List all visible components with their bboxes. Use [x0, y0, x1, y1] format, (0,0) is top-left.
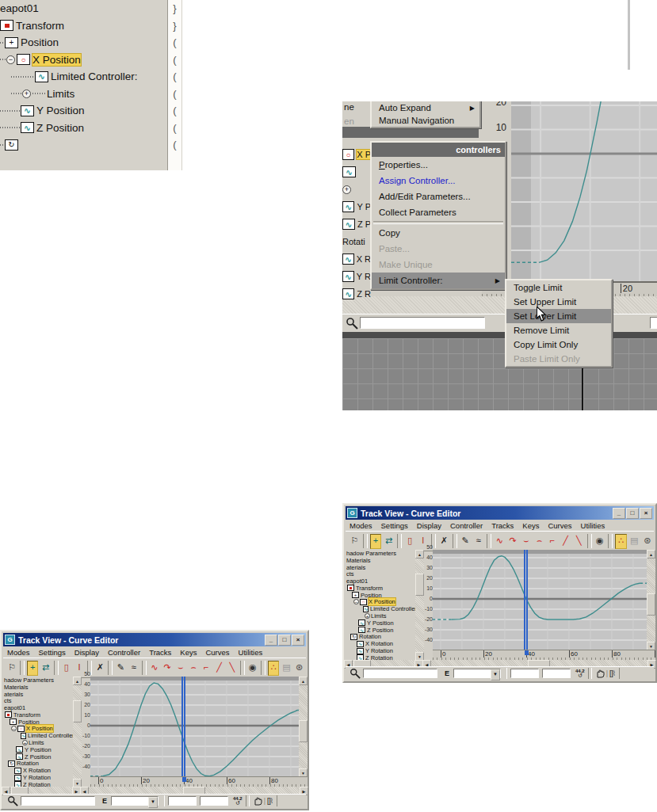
chart-scrollbar[interactable]: ▲▼ [647, 550, 655, 650]
tree-item-cts[interactable]: cts [3, 697, 73, 704]
menu-settings[interactable]: Settings [39, 648, 66, 657]
clipped-tree-item[interactable]: Rotati [342, 233, 371, 250]
menu-utilities[interactable]: Utilities [581, 521, 605, 530]
expand-icon[interactable]: + [342, 185, 351, 194]
tree-item-rotation[interactable]: ↻Rotation [3, 761, 73, 768]
tree-item[interactable]: ↻ [0, 136, 182, 154]
set-tangents-fast-icon[interactable]: ⌣ [174, 661, 185, 676]
tree-item-materials[interactable]: Materials [3, 684, 73, 691]
menu-item-limit-controller-[interactable]: Limit Controller:▶ [372, 273, 505, 288]
tree-item-x-position[interactable]: −○X Position [346, 599, 415, 606]
tree-item-aterials[interactable]: aterials [346, 564, 415, 571]
scale-keys-icon[interactable]: ▯ [61, 661, 72, 676]
tree-item-x-rotation[interactable]: ∿X Rotation [346, 640, 415, 647]
expand-icon[interactable]: + [365, 613, 370, 619]
slide-keys-icon[interactable]: ⇄ [383, 534, 395, 549]
maximize-button[interactable]: □ [278, 635, 291, 646]
curves-wheel-icon[interactable]: ⊛ [294, 661, 305, 676]
minimize-button[interactable]: _ [613, 508, 625, 519]
menu-display[interactable]: Display [417, 521, 441, 530]
menu-item-remove-limit[interactable]: Remove Limit [506, 323, 611, 337]
clipped-tree-item[interactable]: ∿X R [342, 250, 371, 268]
tree-item-x-position[interactable]: −○X Position [0, 51, 182, 69]
tree-item-position[interactable]: +Position [3, 719, 73, 726]
menu-keys[interactable]: Keys [522, 521, 539, 530]
menu-item-copy[interactable]: Copy [372, 225, 505, 241]
zoom-value-extents-icon[interactable]: ⌇ [270, 797, 273, 805]
tree-item-transform[interactable]: Transform [3, 711, 73, 719]
pan-hand-icon[interactable] [253, 796, 262, 806]
collapse-icon[interactable]: − [353, 599, 359, 604]
curves-wheel-icon[interactable]: ⊛ [641, 534, 653, 549]
tree-item-materials[interactable]: Materials [346, 557, 415, 564]
tree-item-hadow-parameters[interactable]: hadow Parameters [3, 677, 73, 684]
menu-tracks[interactable]: Tracks [491, 521, 514, 530]
tree-item-transform[interactable]: Transform [0, 17, 182, 35]
set-tangents-auto-icon[interactable]: ∿ [494, 534, 506, 549]
scale-keys-icon[interactable]: ▯ [404, 534, 416, 549]
draw-curves-icon[interactable]: ✎ [115, 661, 126, 676]
track-selection-icon[interactable] [350, 668, 361, 679]
collapse-icon[interactable]: − [11, 726, 17, 731]
tree-item-z-rotation[interactable]: ∿Z Rotation [3, 781, 73, 787]
curve-chart[interactable] [433, 550, 647, 650]
tree-item-hadow-parameters[interactable]: hadow Parameters [346, 550, 415, 557]
set-tangents-custom-icon[interactable]: ↷ [162, 661, 173, 676]
tree-item-limited-controller-[interactable]: ∿Limited Controller: [3, 732, 73, 739]
key-time-field[interactable] [168, 796, 197, 806]
time-slider-marker[interactable] [525, 650, 529, 655]
snap-frames-icon[interactable]: ∴ [268, 661, 279, 676]
chart-scrollbar[interactable]: ▲▼ [299, 677, 307, 776]
set-tangents-custom-icon[interactable]: ↷ [507, 534, 519, 549]
set-tangents-step-icon[interactable]: ⌐ [547, 534, 559, 549]
key-stats-toggle-icon[interactable]: 44.2 ↺ [233, 797, 243, 805]
tree-item-position[interactable]: +Position [346, 592, 415, 599]
param-out-of-range-icon[interactable]: ▤ [281, 661, 292, 676]
clipped-tree-item[interactable]: ∿ [342, 163, 371, 181]
hierarchy-tree[interactable]: eapot01Transform+Position−○X Position∿Li… [0, 0, 182, 154]
scroll-arrow-icon[interactable]: ▲ [647, 550, 655, 558]
status-input-field-clipped[interactable] [650, 317, 657, 329]
tree-item-limits[interactable]: +Limits [346, 612, 415, 619]
set-tangents-smooth-icon[interactable]: ╲ [573, 534, 585, 549]
key-stats-field[interactable] [21, 796, 95, 806]
minimize-button[interactable]: _ [265, 635, 277, 646]
tree-item-eapot01[interactable]: eapot01 [0, 0, 182, 17]
set-tangents-step-icon[interactable]: ⌐ [201, 661, 212, 676]
dropdown-arrow-icon[interactable]: ▼ [148, 797, 158, 808]
curve-chart[interactable] [90, 677, 299, 776]
set-tangents-fast-icon[interactable]: ⌣ [520, 534, 532, 549]
add-keys-icon[interactable]: ✗ [438, 534, 450, 549]
set-tangents-slow-icon[interactable]: ⌢ [188, 661, 199, 676]
lock-selection-icon[interactable]: ◉ [247, 661, 258, 676]
tree-item-x-position[interactable]: −○X Position [3, 726, 73, 733]
tree-item-cts[interactable]: cts [346, 570, 415, 578]
menu-controller[interactable]: Controller [108, 648, 140, 657]
add-keys-icon[interactable]: ✗ [94, 661, 105, 676]
reduce-keys-icon[interactable]: ≈ [128, 661, 139, 676]
tree-item-limited-controller-[interactable]: ∿Limited Controller: [346, 605, 415, 612]
menu-item-toggle-limit[interactable]: Toggle Limit [506, 280, 611, 295]
tree-item-aterials[interactable]: aterials [3, 691, 73, 698]
tree-item-y-rotation[interactable]: ∿Y Rotation [3, 774, 73, 781]
tree-item-y-position[interactable]: ∿Y Position [3, 746, 73, 753]
tree-item-y-position[interactable]: ∿Y Position [346, 619, 415, 627]
close-button[interactable]: × [640, 508, 652, 519]
maximize-button[interactable]: □ [626, 508, 639, 519]
menu-modes[interactable]: Modes [7, 648, 30, 657]
param-out-of-range-icon[interactable]: ▤ [628, 534, 640, 549]
menu-item-auto-expand[interactable]: Auto Expand▶ [372, 101, 479, 114]
pan-hand-icon[interactable] [595, 669, 605, 678]
menu-item-add-edit-parameters-[interactable]: Add/Edit Parameters... [372, 189, 505, 204]
tree-item-z-rotation[interactable]: ∿Z Rotation [346, 654, 415, 660]
tree-item-eapot01[interactable]: eapot01 [346, 578, 415, 585]
key-value-field[interactable] [542, 669, 571, 678]
clipped-tree-item[interactable]: ∿Y P [342, 198, 371, 215]
clipped-tree-item[interactable]: + [342, 181, 371, 198]
menu-settings[interactable]: Settings [381, 521, 408, 530]
clipped-tree-item[interactable]: ∿Z R [342, 285, 371, 303]
filters-icon[interactable]: ⚐ [6, 661, 17, 676]
time-slider-marker[interactable] [182, 777, 186, 782]
tree-item-z-position[interactable]: ∿Z Position [0, 120, 182, 137]
clipped-tree-item[interactable]: ∿Y R [342, 268, 371, 285]
